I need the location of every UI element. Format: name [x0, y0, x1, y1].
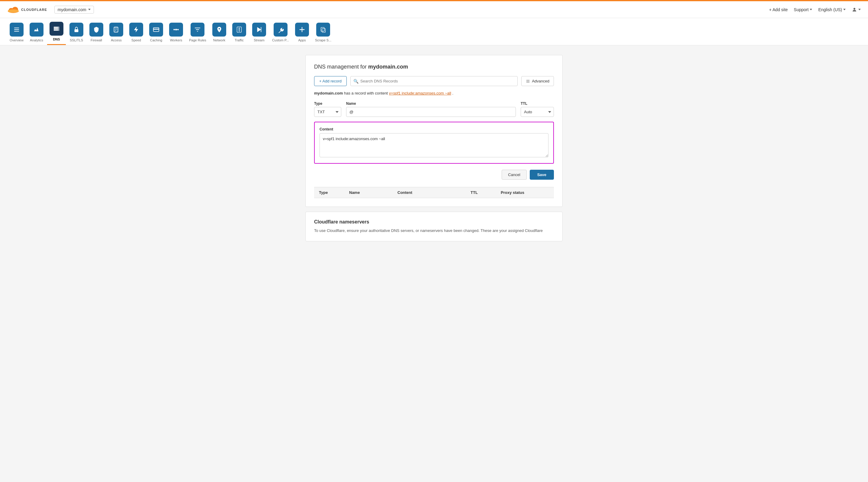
- nav-item-dns[interactable]: DNS: [47, 22, 66, 45]
- nav-item-speed[interactable]: Speed: [127, 23, 146, 45]
- nav-item-analytics[interactable]: Analytics: [27, 23, 46, 45]
- svg-rect-7: [14, 29, 19, 30]
- type-select[interactable]: TXT A AAAA CNAME MX: [314, 107, 341, 117]
- support-button[interactable]: Support: [794, 7, 812, 12]
- custom-icon-box: [274, 23, 287, 36]
- main-content: DNS management for mydomain.com + Add re…: [298, 45, 570, 251]
- card-title: DNS management for mydomain.com: [314, 64, 554, 70]
- nav-item-access[interactable]: Access: [107, 23, 126, 45]
- nav-label-dns: DNS: [53, 37, 60, 41]
- access-icon-box: [109, 23, 123, 36]
- chart-icon: [33, 26, 40, 33]
- analytics-icon-box: [30, 23, 43, 36]
- header-right: + Add site Support English (US): [769, 7, 861, 12]
- ttl-label: TTL: [521, 101, 554, 106]
- cancel-button[interactable]: Cancel: [502, 170, 526, 180]
- nav-label-ssltls: SSL/TLS: [70, 38, 83, 42]
- selected-domain: mydomain.com: [58, 7, 86, 12]
- svg-rect-31: [322, 28, 325, 32]
- name-input[interactable]: [346, 107, 516, 117]
- nav-item-custom[interactable]: Custom P...: [270, 23, 291, 45]
- nav-label-network: Network: [213, 38, 225, 42]
- caching-icon-box: [149, 23, 163, 36]
- nav-label-overview: Overview: [10, 38, 24, 42]
- content-section: Content v=spf1 include:amazonses.com ~al…: [314, 122, 554, 164]
- ttl-select[interactable]: Auto 1 min 5 min 1 hr: [521, 107, 554, 117]
- copy-icon: [320, 26, 327, 33]
- language-button[interactable]: English (US): [818, 7, 846, 12]
- nav-item-caching[interactable]: Caching: [147, 23, 165, 45]
- language-chevron-icon: [843, 9, 846, 10]
- language-label: English (US): [818, 7, 842, 12]
- account-button[interactable]: [852, 7, 861, 12]
- account-icon: [852, 7, 857, 12]
- svg-point-21: [177, 29, 179, 31]
- pin-icon: [216, 26, 223, 33]
- ttl-field-group: TTL Auto 1 min 5 min 1 hr: [521, 101, 554, 117]
- svg-rect-32: [321, 28, 324, 31]
- nav-item-stream[interactable]: Stream: [250, 23, 269, 45]
- table-col-ttl: TTL: [470, 190, 501, 195]
- network-icon-box: [212, 23, 226, 36]
- ssltls-icon-box: [69, 23, 83, 36]
- logo-area: CLOUDFLARE: [7, 5, 47, 14]
- spf-value: v=spf1 include:amazonses.com ~all: [389, 91, 451, 95]
- nav-label-scrape: Scrape S...: [315, 38, 331, 42]
- nav-item-traffic[interactable]: Traffic: [230, 23, 249, 45]
- nav-item-firewall[interactable]: Firewall: [87, 23, 106, 45]
- book-icon: [113, 26, 120, 33]
- table-col-type: Type: [319, 190, 349, 195]
- nav-label-traffic: Traffic: [235, 38, 244, 42]
- support-chevron-icon: [810, 9, 812, 10]
- nav-item-scrape[interactable]: Scrape S...: [313, 23, 334, 45]
- svg-point-5: [854, 8, 855, 10]
- pagerules-icon-box: [191, 23, 205, 36]
- list-icon: [13, 26, 20, 33]
- nav-label-speed: Speed: [131, 38, 141, 42]
- dns-form-row: Type TXT A AAAA CNAME MX Name TTL Auto 1…: [314, 101, 554, 117]
- svg-point-19: [175, 29, 177, 31]
- filter-icon: [194, 26, 201, 33]
- nameservers-section: Cloudflare nameservers To use Cloudflare…: [305, 212, 563, 241]
- content-textarea[interactable]: v=spf1 include:amazonses.com ~all: [319, 133, 549, 157]
- shield-icon: [93, 26, 100, 33]
- nav-item-ssltls[interactable]: SSL/TLS: [67, 23, 86, 45]
- add-site-button[interactable]: + Add site: [769, 7, 788, 12]
- card-title-domain: mydomain.com: [368, 64, 408, 70]
- support-label: Support: [794, 7, 808, 12]
- search-input[interactable]: [350, 76, 518, 86]
- nav-item-overview[interactable]: Overview: [7, 23, 26, 45]
- spf-suffix: .: [452, 91, 453, 95]
- nav-label-analytics: Analytics: [30, 38, 43, 42]
- nav-item-network[interactable]: Network: [210, 23, 229, 45]
- name-label: Name: [346, 101, 516, 106]
- svg-point-13: [58, 28, 59, 29]
- nav-item-pagerules[interactable]: Page Rules: [187, 23, 209, 45]
- svg-point-12: [58, 27, 59, 28]
- name-field-group: Name: [346, 101, 516, 117]
- spf-notice-text: has a record with content: [344, 91, 389, 95]
- account-chevron-icon: [858, 9, 861, 10]
- nav-label-caching: Caching: [150, 38, 162, 42]
- overview-icon-box: [10, 23, 24, 36]
- nav-label-firewall: Firewall: [91, 38, 102, 42]
- advanced-button[interactable]: Advanced: [521, 76, 554, 86]
- card-icon: [153, 26, 159, 33]
- type-label: Type: [314, 101, 341, 106]
- card-title-prefix: DNS management for: [314, 64, 368, 70]
- type-field-group: Type TXT A AAAA CNAME MX: [314, 101, 341, 117]
- svg-point-24: [219, 28, 220, 30]
- save-button[interactable]: Save: [530, 170, 554, 180]
- nav-label-workers: Workers: [170, 38, 182, 42]
- search-wrap: 🔍: [350, 76, 518, 86]
- table-col-name: Name: [349, 190, 398, 195]
- stream-icon: [256, 26, 262, 33]
- dns-table-header: Type Name Content TTL Proxy status: [314, 187, 554, 198]
- nameservers-title: Cloudflare nameservers: [314, 219, 554, 225]
- add-record-button[interactable]: + Add record: [314, 76, 347, 86]
- lightning-icon: [133, 26, 140, 33]
- scrape-icon-box: [316, 23, 330, 36]
- nav-item-apps[interactable]: Apps: [293, 23, 311, 45]
- domain-selector[interactable]: mydomain.com: [54, 6, 94, 13]
- nav-item-workers[interactable]: Workers: [167, 23, 185, 45]
